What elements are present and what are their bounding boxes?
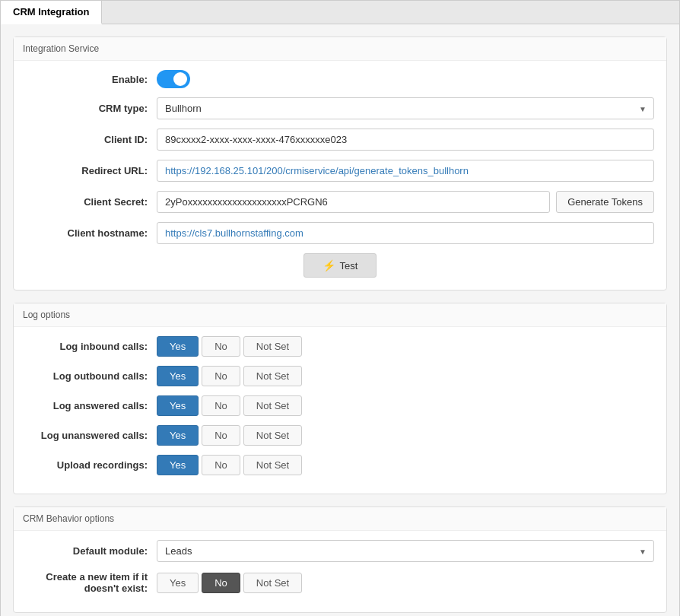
integration-service-title: Integration Service [14,37,666,61]
upload-recordings-no-btn[interactable]: No [202,455,240,475]
log-answered-btn-group: Yes No Not Set [157,395,305,416]
log-unanswered-btn-group: Yes No Not Set [157,425,305,446]
default-module-label: Default module: [26,545,148,557]
client-secret-label: Client Secret: [26,196,148,208]
tab-crm-integration[interactable]: CRM Integration [1,1,102,24]
secret-row-wrapper: Generate Tokens [157,191,654,213]
log-unanswered-no-btn[interactable]: No [202,425,240,446]
log-inbound-label: Log inbound calls: [26,341,148,352]
client-secret-row: Client Secret: Generate Tokens [26,191,654,213]
log-unanswered-row: Log unanswered calls: Yes No Not Set [26,425,654,446]
log-inbound-no-btn[interactable]: No [202,336,240,357]
crm-type-select-wrapper[interactable]: Bullhorn Salesforce HubSpot [157,97,654,119]
integration-service-section: Integration Service Enable: CRM type: Bu [13,37,667,291]
main-window: CRM Integration Integration Service Enab… [0,0,680,616]
client-id-row: Client ID: [26,129,654,151]
default-module-select-wrapper[interactable]: Leads Contacts Accounts [157,540,654,562]
log-outbound-no-btn[interactable]: No [202,366,240,386]
redirect-url-label: Redirect URL: [26,165,148,176]
log-outbound-btn-group: Yes No Not Set [157,366,305,386]
log-options-body: Log inbound calls: Yes No Not Set Log ou… [14,327,666,494]
create-new-item-row: Create a new item if it doesn't exist: Y… [26,571,654,594]
crm-type-select[interactable]: Bullhorn Salesforce HubSpot [157,97,654,119]
client-id-label: Client ID: [26,134,148,145]
log-unanswered-yes-btn[interactable]: Yes [157,425,199,446]
crm-behavior-title: CRM Behavior options [14,507,666,531]
generate-tokens-button[interactable]: Generate Tokens [556,191,654,213]
enable-label: Enable: [26,74,148,85]
upload-recordings-label: Upload recordings: [26,459,148,471]
log-inbound-row: Log inbound calls: Yes No Not Set [26,336,654,357]
main-content: Integration Service Enable: CRM type: Bu [1,24,679,616]
client-hostname-label: Client hostname: [26,227,148,239]
log-options-section: Log options Log inbound calls: Yes No No… [13,303,667,494]
client-secret-input[interactable] [157,191,550,213]
upload-recordings-yes-btn[interactable]: Yes [157,455,199,475]
upload-recordings-notset-btn[interactable]: Not Set [243,455,302,475]
log-inbound-notset-btn[interactable]: Not Set [243,336,302,357]
log-options-title: Log options [14,303,666,327]
log-answered-notset-btn[interactable]: Not Set [243,395,302,416]
create-new-item-notset-btn[interactable]: Not Set [243,573,302,593]
client-hostname-row: Client hostname: [26,222,654,244]
crm-type-label: CRM type: [26,103,148,114]
upload-recordings-btn-group: Yes No Not Set [157,455,305,475]
log-answered-row: Log answered calls: Yes No Not Set [26,395,654,416]
create-new-item-label: Create a new item if it doesn't exist: [26,571,148,594]
crm-behavior-body: Default module: Leads Contacts Accounts … [14,531,666,612]
integration-service-body: Enable: CRM type: Bullhorn Salesforce Hu… [14,61,666,290]
test-button-label: Test [340,260,358,271]
toggle-slider [157,70,190,88]
enable-row: Enable: [26,70,654,88]
redirect-url-row: Redirect URL: [26,160,654,182]
default-module-select[interactable]: Leads Contacts Accounts [157,540,654,562]
log-inbound-btn-group: Yes No Not Set [157,336,305,357]
log-outbound-row: Log outbound calls: Yes No Not Set [26,366,654,386]
log-outbound-yes-btn[interactable]: Yes [157,366,199,386]
log-inbound-yes-btn[interactable]: Yes [157,336,199,357]
log-unanswered-label: Log unanswered calls: [26,430,148,441]
redirect-url-input[interactable] [157,160,654,182]
default-module-row: Default module: Leads Contacts Accounts [26,540,654,562]
log-answered-label: Log answered calls: [26,400,148,411]
client-id-input[interactable] [157,129,654,151]
log-outbound-label: Log outbound calls: [26,370,148,382]
crm-behavior-section: CRM Behavior options Default module: Lea… [13,506,667,613]
log-outbound-notset-btn[interactable]: Not Set [243,366,302,386]
enable-toggle[interactable] [157,70,190,88]
create-new-item-yes-btn[interactable]: Yes [157,573,199,593]
lightning-icon: ⚡ [323,259,335,271]
log-answered-no-btn[interactable]: No [202,395,240,416]
tab-bar: CRM Integration [1,1,679,24]
test-button[interactable]: ⚡ Test [303,253,377,278]
client-hostname-input[interactable] [157,222,654,244]
log-answered-yes-btn[interactable]: Yes [157,395,199,416]
test-btn-row: ⚡ Test [26,253,654,278]
crm-type-row: CRM type: Bullhorn Salesforce HubSpot [26,97,654,119]
create-new-item-no-btn[interactable]: No [202,573,240,593]
create-new-item-btn-group: Yes No Not Set [157,573,305,593]
log-unanswered-notset-btn[interactable]: Not Set [243,425,302,446]
upload-recordings-row: Upload recordings: Yes No Not Set [26,455,654,475]
